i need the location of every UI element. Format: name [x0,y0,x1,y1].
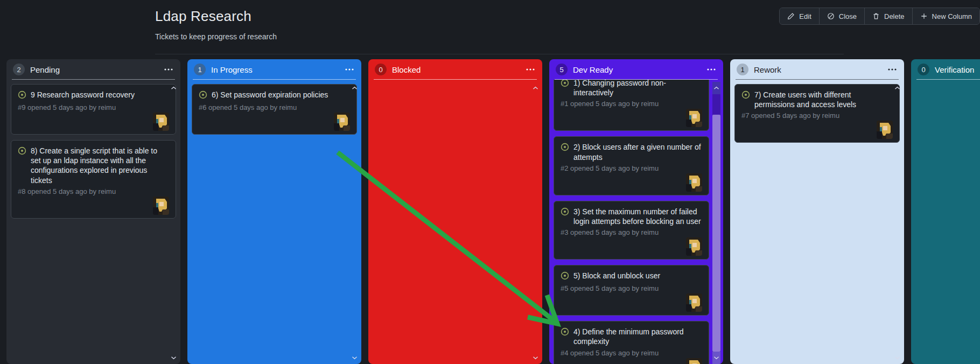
open-issue-icon [561,207,569,226]
open-issue-icon [561,327,569,346]
close-button-label: Close [839,12,857,20]
scrollbar-track[interactable] [170,94,178,115]
column-header: 2 Pending [6,59,180,79]
issue-title[interactable]: 5) Block and unblock user [573,271,660,282]
scrollbar-thumb[interactable] [712,115,720,352]
column-title: Verification [935,65,980,74]
scroll-down-button[interactable] [351,352,359,364]
avatar-reimu[interactable] [686,109,702,127]
delete-button[interactable]: Delete [864,8,912,24]
scrollbar-thumb[interactable] [170,115,178,352]
column-scrollbar[interactable] [531,82,540,364]
column-menu-kebab-icon[interactable] [344,67,355,72]
column-count-badge: 1 [737,64,748,75]
column-title: In Progress [211,65,339,74]
issue-card[interactable]: 9 Research password recovery #9 opened 5… [11,84,176,135]
column-header: 5 Dev Ready [549,59,723,79]
issue-meta: #6 opened 5 days ago by reimu [199,103,350,111]
plus-icon [920,12,928,20]
issue-card[interactable]: 7) Create users with different permissio… [734,84,900,143]
issue-card[interactable]: 8) Create a single script that is able t… [11,140,176,219]
issue-card[interactable]: 4) Define the minimum password complexit… [554,321,709,364]
issue-card[interactable]: 1) Changing password non-interactively #… [554,80,709,131]
issue-meta: #3 opened 5 days ago by reimu [561,228,702,236]
open-issue-icon [18,90,26,101]
issue-title[interactable]: 9 Research password recovery [31,90,135,101]
issue-title[interactable]: 7) Create users with different permissio… [754,90,893,109]
issue-card[interactable]: 5) Block and unblock user #5 opened 5 da… [554,265,709,316]
issue-meta: #8 opened 5 days ago by reimu [18,187,169,195]
avatar-reimu[interactable] [334,113,350,131]
open-issue-icon [741,90,750,109]
column-menu-kebab-icon[interactable] [706,67,717,72]
pencil-icon [787,12,795,20]
new-column-button-label: New Column [932,12,972,20]
edit-button[interactable]: Edit [780,8,818,24]
column-in-progress: 1 In Progress 6) Set password expiration… [187,59,361,364]
scrollbar-thumb[interactable] [893,115,901,352]
column-body: 9 Research password recovery #9 opened 5… [6,80,180,364]
issue-title[interactable]: 3) Set the maximum number of failed logi… [573,207,702,226]
issue-card[interactable]: 6) Set password expiration policies #6 o… [192,84,357,135]
scroll-up-button[interactable] [893,82,901,94]
close-button[interactable]: Close [819,8,864,24]
column-menu-kebab-icon[interactable] [163,67,174,72]
column-count-badge: 5 [556,64,568,75]
column-menu-kebab-icon[interactable] [887,67,898,72]
issue-meta: #7 opened 5 days ago by reimu [741,111,893,120]
avatar-reimu[interactable] [686,173,702,192]
column-scrollbar[interactable] [170,82,178,364]
scrollbar-thumb[interactable] [531,115,540,352]
column-count-badge: 0 [918,64,929,75]
scroll-up-button[interactable] [712,82,720,94]
avatar-reimu[interactable] [877,121,893,139]
column-pending: 2 Pending 9 Research password recovery #… [6,59,180,364]
scroll-down-button[interactable] [893,352,901,364]
scrollbar-track[interactable] [531,94,540,115]
delete-button-label: Delete [884,12,905,20]
issue-title[interactable]: 8) Create a single script that is able t… [31,146,169,185]
issue-meta: #9 opened 5 days ago by reimu [18,103,169,111]
column-verification: 0 Verification [911,59,980,364]
issue-title[interactable]: 1) Changing password non-interactively [573,80,702,97]
new-column-button[interactable]: New Column [912,8,979,24]
scrollbar-track[interactable] [893,94,901,115]
issue-title[interactable]: 2) Block users after a given number of a… [573,142,702,162]
avatar-reimu[interactable] [153,197,169,215]
board: 2 Pending 9 Research password recovery #… [6,59,980,364]
column-count-badge: 1 [194,64,206,75]
page-description: Tickets to keep progress of research [155,32,844,41]
scroll-up-button[interactable] [531,82,540,94]
avatar-reimu[interactable] [686,293,702,312]
scrollbar-track[interactable] [351,94,359,115]
scroll-up-button[interactable] [351,82,359,94]
column-scrollbar[interactable] [712,82,720,364]
column-title: Rework [754,65,881,74]
project-header: Ldap Research Tickets to keep progress o… [155,0,844,54]
issue-title[interactable]: 6) Set password expiration policies [212,90,328,101]
column-title: Pending [30,65,158,74]
column-header: 1 In Progress [187,59,361,79]
scroll-down-button[interactable] [712,352,720,364]
open-issue-icon [561,80,569,97]
issue-card[interactable]: 3) Set the maximum number of failed logi… [554,201,709,260]
avatar-reimu[interactable] [153,113,169,131]
scrollbar-track[interactable] [712,94,720,115]
issue-card[interactable]: 2) Block users after a given number of a… [554,136,709,195]
column-body: 6) Set password expiration policies #6 o… [187,80,361,364]
open-issue-icon [561,271,569,282]
scroll-down-button[interactable] [531,352,540,364]
trash-icon [872,12,880,20]
issue-meta: #2 opened 5 days ago by reimu [561,164,702,172]
avatar-reimu[interactable] [686,237,702,256]
avatar-reimu[interactable] [686,358,702,364]
column-header: 1 Rework [730,59,904,79]
scrollbar-thumb[interactable] [351,115,359,352]
scroll-up-button[interactable] [170,82,178,94]
column-menu-kebab-icon[interactable] [525,67,536,72]
column-scrollbar[interactable] [351,82,359,364]
scroll-down-button[interactable] [170,352,178,364]
issue-title[interactable]: 4) Define the minimum password complexit… [573,327,702,346]
column-scrollbar[interactable] [893,82,901,364]
column-dev-ready: 5 Dev Ready 1) Changing password non-int… [549,59,723,364]
